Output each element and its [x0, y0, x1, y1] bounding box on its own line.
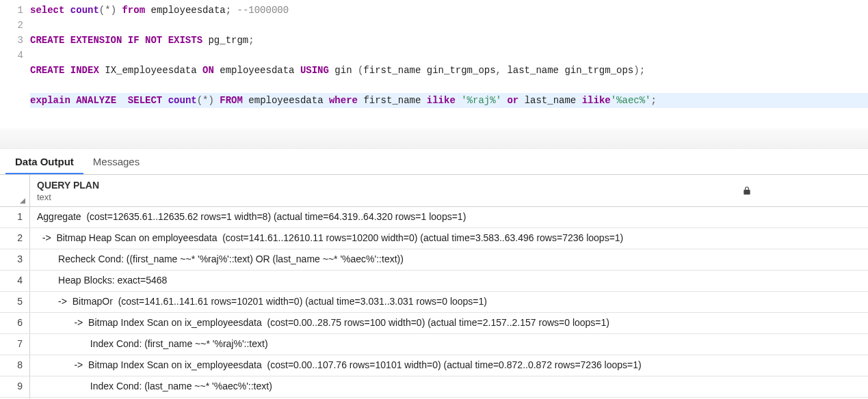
query-plan-cell[interactable]: -> BitmapOr (cost=141.61..141.61 rows=10…: [30, 292, 868, 312]
panel-separator: [0, 128, 868, 149]
token-ident: pg_trgm: [208, 35, 248, 46]
row-number[interactable]: 3: [0, 249, 30, 270]
result-grid: QUERY PLAN text 1Aggregate (cost=12635.6…: [0, 175, 868, 399]
column-type: text: [37, 192, 99, 203]
token-ident: gin: [334, 65, 352, 76]
query-plan-cell[interactable]: -> Bitmap Heap Scan on employeesdata (co…: [30, 228, 868, 249]
editor-lines[interactable]: select count(*) from employeesdata; --10…: [30, 3, 868, 123]
token-str: '%aec%': [611, 95, 651, 106]
editor-gutter: 1234: [0, 3, 30, 123]
token-op: ;: [248, 35, 254, 46]
row-number[interactable]: 7: [0, 334, 30, 355]
token-kw: or: [507, 95, 518, 106]
code-line[interactable]: select count(*) from employeesdata; --10…: [30, 3, 868, 18]
code-line[interactable]: CREATE EXTENSION IF NOT EXISTS pg_trgm;: [30, 33, 868, 48]
token-op: [518, 95, 524, 106]
table-row[interactable]: 5 -> BitmapOr (cost=141.61..141.61 rows=…: [0, 292, 868, 313]
row-number[interactable]: 2: [0, 228, 30, 249]
query-plan-cell[interactable]: Aggregate (cost=12635.61..12635.62 rows=…: [30, 207, 868, 228]
token-op: [64, 5, 70, 16]
token-op: );: [633, 65, 645, 76]
grid-header-row: QUERY PLAN text: [0, 175, 868, 207]
row-number[interactable]: 4: [0, 271, 30, 291]
token-ident: IX_employeesdata: [105, 65, 196, 76]
token-kw: CREATE EXTENSION IF NOT EXISTS: [30, 35, 202, 46]
token-str: '%raj%': [461, 95, 501, 106]
code-line[interactable]: CREATE INDEX IX_employeesdata ON employe…: [30, 63, 868, 78]
token-op: (: [352, 65, 364, 76]
tab-messages[interactable]: Messages: [83, 149, 149, 174]
grid-select-all[interactable]: [0, 175, 30, 206]
token-op: [116, 95, 128, 106]
token-kw: SELECT: [128, 95, 162, 106]
row-number[interactable]: 5: [0, 292, 30, 312]
row-number[interactable]: 9: [0, 376, 30, 397]
token-op: [295, 65, 300, 76]
query-plan-cell[interactable]: -> Bitmap Index Scan on ix_employeesdata…: [30, 355, 868, 376]
token-op: [576, 95, 581, 106]
token-op: [456, 95, 461, 106]
column-header-query-plan[interactable]: QUERY PLAN text: [30, 176, 868, 206]
token-ident: employeesdata: [150, 5, 225, 16]
token-ident: last_name gin_trgm_ops: [507, 65, 633, 76]
table-row[interactable]: 4 Heap Blocks: exact=5468: [0, 271, 868, 292]
table-row[interactable]: 7 Index Cond: (first_name ~~* '%raj%'::t…: [0, 334, 868, 355]
token-kw: ON: [202, 65, 214, 76]
token-kw: from: [122, 5, 145, 16]
token-fn: count: [70, 5, 99, 16]
sql-editor[interactable]: 1234 select count(*) from employeesdata;…: [0, 0, 868, 128]
token-op: [99, 65, 105, 76]
token-kw: FROM: [220, 95, 243, 106]
token-kw: ilike: [427, 95, 456, 106]
token-op: *: [202, 95, 208, 106]
token-op: ,: [496, 65, 508, 76]
code-line[interactable]: explain ANALYZE SELECT count(*) FROM emp…: [30, 93, 868, 108]
token-op: [324, 95, 329, 106]
token-op: [197, 65, 202, 76]
token-ident: first_name: [363, 95, 421, 106]
token-kw: where: [329, 95, 358, 106]
token-kw: USING: [300, 65, 329, 76]
query-plan-cell[interactable]: Index Cond: (first_name ~~* '%raj%'::tex…: [30, 334, 868, 355]
token-kw: ilike: [582, 95, 611, 106]
token-fn: count: [168, 95, 197, 106]
column-title: QUERY PLAN: [37, 180, 99, 192]
token-op: [421, 95, 426, 106]
line-number: 1: [0, 3, 23, 18]
token-op: ;: [226, 5, 237, 16]
token-cmt: --1000000: [237, 5, 289, 16]
table-row[interactable]: 3 Recheck Cond: ((first_name ~~* '%raj%'…: [0, 249, 868, 271]
query-plan-cell[interactable]: Recheck Cond: ((first_name ~~* '%raj%'::…: [30, 249, 868, 270]
table-row[interactable]: 6 -> Bitmap Index Scan on ix_employeesda…: [0, 313, 868, 334]
token-ident: last_name: [525, 95, 577, 106]
query-plan-cell[interactable]: Heap Blocks: exact=5468: [30, 271, 868, 291]
token-op: [162, 95, 168, 106]
token-kw: select: [30, 5, 64, 16]
line-number: 2: [0, 18, 23, 33]
token-kw: CREATE INDEX: [30, 65, 99, 76]
token-kw: ANALYZE: [76, 95, 116, 106]
token-kw: explain: [30, 95, 70, 106]
table-row[interactable]: 9 Index Cond: (last_name ~~* '%aec%'::te…: [0, 376, 868, 398]
token-op: ): [209, 95, 220, 106]
lock-icon: [742, 186, 861, 197]
table-row[interactable]: 1Aggregate (cost=12635.61..12635.62 rows…: [0, 207, 868, 228]
token-ident: employeesdata: [248, 95, 323, 106]
row-number[interactable]: 8: [0, 355, 30, 376]
token-op: (: [99, 5, 105, 16]
table-row[interactable]: 8 -> Bitmap Index Scan on ix_employeesda…: [0, 355, 868, 376]
line-number: 4: [0, 48, 23, 63]
query-plan-cell[interactable]: Index Cond: (last_name ~~* '%aec%'::text…: [30, 376, 868, 397]
token-op: ): [111, 5, 122, 16]
token-op: *: [105, 5, 110, 16]
output-tabs: Data Output Messages: [0, 149, 868, 175]
token-op: ;: [651, 95, 657, 106]
token-ident: employeesdata: [220, 65, 294, 76]
token-op: [70, 95, 76, 106]
query-plan-cell[interactable]: -> Bitmap Index Scan on ix_employeesdata…: [30, 313, 868, 333]
table-row[interactable]: 2 -> Bitmap Heap Scan on employeesdata (…: [0, 228, 868, 249]
row-number[interactable]: 1: [0, 207, 30, 228]
triangle-icon: [20, 198, 25, 204]
tab-data-output[interactable]: Data Output: [5, 149, 83, 174]
row-number[interactable]: 6: [0, 313, 30, 333]
